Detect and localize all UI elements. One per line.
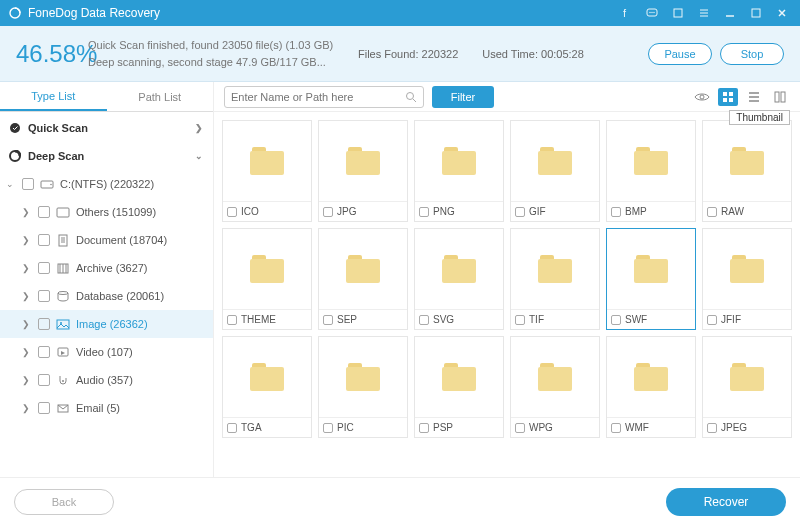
checkbox[interactable] bbox=[227, 423, 237, 433]
file-card[interactable]: PNG bbox=[414, 120, 504, 222]
checkbox[interactable] bbox=[419, 207, 429, 217]
checkbox[interactable] bbox=[515, 315, 525, 325]
checkbox[interactable] bbox=[22, 178, 34, 190]
checkbox[interactable] bbox=[227, 207, 237, 217]
file-card[interactable]: SWF bbox=[606, 228, 696, 330]
checkbox[interactable] bbox=[419, 315, 429, 325]
settings-icon[interactable] bbox=[668, 3, 688, 23]
checkbox[interactable] bbox=[323, 207, 333, 217]
checkbox[interactable] bbox=[38, 346, 50, 358]
checkbox[interactable] bbox=[611, 207, 621, 217]
tree-item[interactable]: ❯Database (20061) bbox=[0, 282, 213, 310]
checkbox[interactable] bbox=[38, 318, 50, 330]
tree-item[interactable]: ❯Others (151099) bbox=[0, 198, 213, 226]
scan-meta: Files Found: 220322 Used Time: 00:05:28 bbox=[348, 48, 648, 60]
svg-rect-25 bbox=[723, 98, 727, 102]
tree-quick-scan[interactable]: Quick Scan ❯ bbox=[0, 114, 213, 142]
minimize-button[interactable] bbox=[720, 3, 740, 23]
checkbox[interactable] bbox=[38, 402, 50, 414]
file-card[interactable]: JPG bbox=[318, 120, 408, 222]
file-card[interactable]: PSP bbox=[414, 336, 504, 438]
tree-item-label: Archive (3627) bbox=[76, 262, 205, 274]
category-icon bbox=[56, 402, 70, 415]
file-card[interactable]: ICO bbox=[222, 120, 312, 222]
category-icon bbox=[56, 374, 70, 387]
checkbox[interactable] bbox=[707, 423, 717, 433]
checkbox[interactable] bbox=[707, 315, 717, 325]
tree-drive[interactable]: ⌄ C:(NTFS) (220322) bbox=[0, 170, 213, 198]
checkbox[interactable] bbox=[515, 207, 525, 217]
view-controls: Thumbnail bbox=[692, 88, 790, 106]
view-thumbnail-button[interactable] bbox=[718, 88, 738, 106]
file-card[interactable]: JFIF bbox=[702, 228, 792, 330]
file-card[interactable]: PIC bbox=[318, 336, 408, 438]
tab-type-list[interactable]: Type List bbox=[0, 82, 107, 111]
folder-icon bbox=[250, 255, 284, 283]
search-input-wrapper[interactable] bbox=[224, 86, 424, 108]
tree-item[interactable]: ❯Image (26362) bbox=[0, 310, 213, 338]
app-title: FoneDog Data Recovery bbox=[28, 6, 610, 20]
checkbox[interactable] bbox=[707, 207, 717, 217]
scan-status-line1: Quick Scan finished, found 23050 file(s)… bbox=[88, 37, 348, 54]
tree-deep-scan[interactable]: Deep Scan ⌄ bbox=[0, 142, 213, 170]
file-type-label: JPG bbox=[337, 206, 356, 217]
chevron-right-icon: ❯ bbox=[20, 263, 32, 273]
file-type-label: TGA bbox=[241, 422, 262, 433]
tree-item[interactable]: ❯Audio (357) bbox=[0, 366, 213, 394]
chevron-down-icon: ⌄ bbox=[4, 179, 16, 189]
file-card[interactable]: WMF bbox=[606, 336, 696, 438]
view-list-button[interactable] bbox=[744, 88, 764, 106]
checkbox[interactable] bbox=[38, 374, 50, 386]
folder-icon bbox=[346, 363, 380, 391]
file-card[interactable]: TGA bbox=[222, 336, 312, 438]
checkbox[interactable] bbox=[227, 315, 237, 325]
tree-item[interactable]: ❯Archive (3627) bbox=[0, 254, 213, 282]
tree-item[interactable]: ❯Video (107) bbox=[0, 338, 213, 366]
file-card[interactable]: TIF bbox=[510, 228, 600, 330]
close-button[interactable] bbox=[772, 3, 792, 23]
stop-button[interactable]: Stop bbox=[720, 43, 784, 65]
tab-path-list[interactable]: Path List bbox=[107, 82, 214, 111]
pause-button[interactable]: Pause bbox=[648, 43, 712, 65]
checkbox[interactable] bbox=[38, 234, 50, 246]
file-card[interactable]: WPG bbox=[510, 336, 600, 438]
preview-toggle-icon[interactable] bbox=[692, 88, 712, 106]
menu-icon[interactable] bbox=[694, 3, 714, 23]
file-card[interactable]: GIF bbox=[510, 120, 600, 222]
file-card[interactable]: BMP bbox=[606, 120, 696, 222]
back-button[interactable]: Back bbox=[14, 489, 114, 515]
filter-button[interactable]: Filter bbox=[432, 86, 494, 108]
checkbox[interactable] bbox=[38, 206, 50, 218]
checkbox[interactable] bbox=[611, 423, 621, 433]
feedback-icon[interactable] bbox=[642, 3, 662, 23]
checkbox[interactable] bbox=[419, 423, 429, 433]
file-card[interactable]: JPEG bbox=[702, 336, 792, 438]
check-circle-icon bbox=[8, 122, 22, 134]
checkbox[interactable] bbox=[611, 315, 621, 325]
folder-icon bbox=[250, 147, 284, 175]
file-type-label: RAW bbox=[721, 206, 744, 217]
file-card[interactable]: SEP bbox=[318, 228, 408, 330]
checkbox[interactable] bbox=[38, 290, 50, 302]
chevron-right-icon: ❯ bbox=[20, 347, 32, 357]
checkbox[interactable] bbox=[323, 315, 333, 325]
checkbox[interactable] bbox=[323, 423, 333, 433]
app-logo-icon bbox=[8, 6, 22, 20]
search-input[interactable] bbox=[231, 91, 405, 103]
tree: Quick Scan ❯ Deep Scan ⌄ ⌄ C:(NTFS) (220… bbox=[0, 112, 213, 477]
view-detail-button[interactable] bbox=[770, 88, 790, 106]
facebook-icon[interactable]: f bbox=[616, 3, 636, 23]
maximize-button[interactable] bbox=[746, 3, 766, 23]
category-icon bbox=[56, 262, 70, 275]
folder-icon bbox=[634, 255, 668, 283]
checkbox[interactable] bbox=[38, 262, 50, 274]
file-card[interactable]: RAW bbox=[702, 120, 792, 222]
checkbox[interactable] bbox=[515, 423, 525, 433]
file-type-label: PIC bbox=[337, 422, 354, 433]
recover-button[interactable]: Recover bbox=[666, 488, 786, 516]
file-card[interactable]: THEME bbox=[222, 228, 312, 330]
tree-item[interactable]: ❯Email (5) bbox=[0, 394, 213, 422]
main-panel: Filter Thumbnail ICOJPGPNGGIFBMPRAWTHEME… bbox=[214, 82, 800, 477]
file-card[interactable]: SVG bbox=[414, 228, 504, 330]
tree-item[interactable]: ❯Document (18704) bbox=[0, 226, 213, 254]
